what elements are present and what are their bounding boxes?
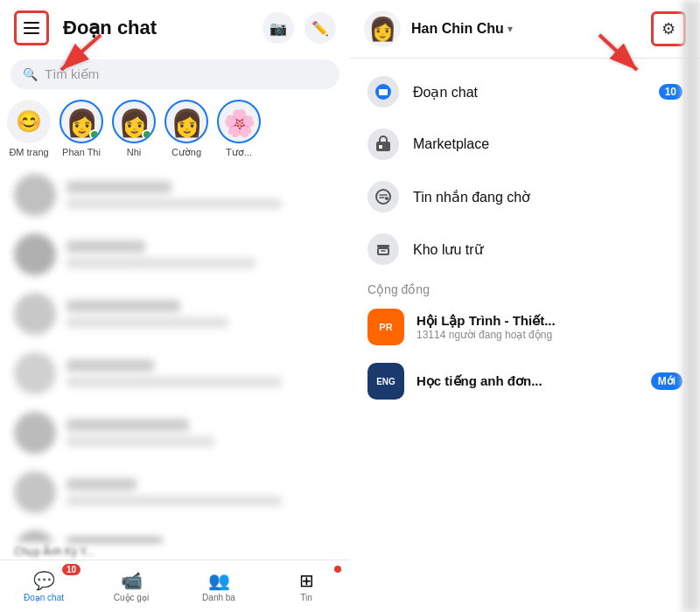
svg-rect-7 — [379, 145, 382, 149]
chat-list — [0, 165, 350, 542]
red-arrow-left — [44, 26, 105, 91]
nav-label-news: Tin — [300, 593, 312, 602]
menu-label-marketplace: Marketplace — [413, 136, 682, 152]
chevron-down-icon: ▾ — [508, 23, 513, 35]
chat-item[interactable] — [0, 344, 350, 403]
nav-item-contacts[interactable]: 👥 Danh ba — [175, 560, 262, 612]
story-name-4: Tươ... — [226, 147, 252, 158]
community-thumb-2: ENG — [368, 363, 404, 400]
news-icon: ⊞ — [299, 570, 314, 591]
story-item-3[interactable]: 👩 Cường — [164, 100, 208, 158]
story-name-2: Nhi — [127, 147, 142, 157]
bottom-nav: 10 💬 Đoạn chat 📹 Cuộc gọi 👥 Danh ba ⊞ Ti… — [0, 560, 350, 612]
chat-item[interactable] — [0, 225, 350, 284]
community-item-2[interactable]: ENG Học tiếng anh đơn... Mới — [350, 354, 700, 408]
chat-badge: 10 — [62, 564, 80, 575]
story-name-1: Phan Thi — [62, 147, 101, 157]
community-members-1: 13114 người đang hoạt động — [416, 329, 682, 341]
svg-line-1 — [61, 35, 101, 70]
svg-rect-5 — [379, 89, 388, 91]
user-avatar[interactable]: 👩 — [364, 10, 401, 47]
svg-rect-10 — [377, 245, 389, 247]
svg-point-8 — [376, 190, 390, 204]
compose-button[interactable]: ✏️ — [304, 12, 336, 44]
red-arrow-right — [595, 26, 656, 91]
community-info-1: Hội Lập Trình - Thiết... 13114 người đan… — [416, 313, 682, 341]
blurred-right-edge — [682, 0, 700, 612]
online-indicator-2 — [142, 129, 152, 140]
story-name-3: Cường — [172, 147, 201, 158]
chat-item-last[interactable] — [0, 522, 350, 542]
story-item-1[interactable]: 👩 Phan Thi — [60, 100, 103, 157]
menu-chat-icon — [368, 76, 399, 108]
user-name: Han Chin Chu — [411, 21, 504, 37]
story-name-0: ĐM trang — [9, 147, 48, 157]
menu-item-pending[interactable]: Tin nhắn đang chờ — [350, 170, 700, 223]
story-emoji-item[interactable]: 😊 ĐM trang — [7, 100, 51, 157]
online-indicator — [89, 129, 100, 140]
svg-line-3 — [599, 35, 637, 70]
community-name-1: Hội Lập Trình - Thiết... — [416, 313, 682, 329]
contacts-icon: 👥 — [208, 570, 230, 591]
gear-icon: ⚙ — [662, 19, 676, 38]
nav-label-calls: Cuộc gọi — [114, 593, 149, 602]
header-icons: 📷 ✏️ — [262, 12, 336, 44]
community-thumb-1: PR — [368, 309, 404, 345]
menu-archive-icon — [368, 233, 399, 265]
emoji-story[interactable]: 😊 — [7, 100, 51, 143]
menu-item-archive[interactable]: Kho lưu trữ — [350, 223, 700, 275]
search-icon: 🔍 — [23, 67, 38, 81]
camera-button[interactable]: 📷 — [262, 12, 294, 44]
calls-icon: 📹 — [121, 570, 143, 591]
menu-item-marketplace[interactable]: Marketplace — [350, 118, 700, 170]
left-panel: Đoạn chat 📷 ✏️ 🔍 Tìm kiếm 😊 ĐM trang 👩 P… — [0, 0, 350, 612]
story-item-4[interactable]: 🌸 Tươ... — [217, 100, 261, 158]
chat-item[interactable] — [0, 462, 350, 522]
chat-item[interactable] — [0, 165, 350, 225]
new-badge: Mới — [651, 372, 682, 390]
community-item-1[interactable]: PR Hội Lập Trình - Thiết... 13114 người … — [350, 300, 700, 354]
chat-count-badge: 10 — [659, 84, 682, 100]
chat-item[interactable] — [0, 403, 350, 462]
nav-label-contacts: Danh ba — [202, 593, 235, 602]
svg-rect-6 — [376, 142, 390, 151]
chat-item[interactable] — [0, 284, 350, 344]
news-dot-badge — [334, 566, 341, 573]
story-avatar-4[interactable]: 🌸 — [217, 100, 261, 143]
hamburger-icon — [24, 22, 39, 34]
community-thumb-text-1: PR — [379, 322, 392, 332]
community-name-2: Học tiếng anh đơn... — [416, 373, 639, 389]
community-info-2: Học tiếng anh đơn... — [416, 373, 639, 389]
menu-label-pending: Tin nhắn đang chờ — [413, 189, 682, 205]
story-avatar-3[interactable]: 👩 — [164, 100, 208, 143]
section-label-community: Cộng đồng — [350, 275, 700, 300]
last-chat-preview: Chụp Ảnh Kỳ Y... — [0, 542, 350, 560]
nav-item-chat[interactable]: 10 💬 Đoạn chat — [0, 560, 88, 612]
community-thumb-text-2: ENG — [376, 377, 396, 386]
story-item-2[interactable]: 👩 Nhi — [112, 100, 156, 157]
chat-icon: 💬 — [33, 570, 55, 591]
nav-item-calls[interactable]: 📹 Cuộc gọi — [88, 560, 175, 612]
menu-label-archive: Kho lưu trữ — [413, 241, 682, 258]
menu-list: Đoạn chat 10 Marketplace — [350, 59, 700, 612]
stories-row: 😊 ĐM trang 👩 Phan Thi 👩 Nhi 👩 Cường — [0, 96, 350, 165]
story-avatar-1[interactable]: 👩 — [60, 100, 103, 143]
menu-pending-icon — [368, 181, 399, 212]
story-avatar-2[interactable]: 👩 — [112, 100, 156, 143]
nav-label-chat: Đoạn chat — [24, 593, 64, 602]
right-panel: 👩 Han Chin Chu ▾ ⚙ Đoạn chat 10 — [350, 0, 700, 612]
nav-item-news[interactable]: ⊞ Tin — [262, 560, 350, 612]
settings-button[interactable]: ⚙ — [651, 11, 686, 46]
menu-marketplace-icon — [368, 129, 399, 160]
svg-point-9 — [385, 197, 388, 200]
